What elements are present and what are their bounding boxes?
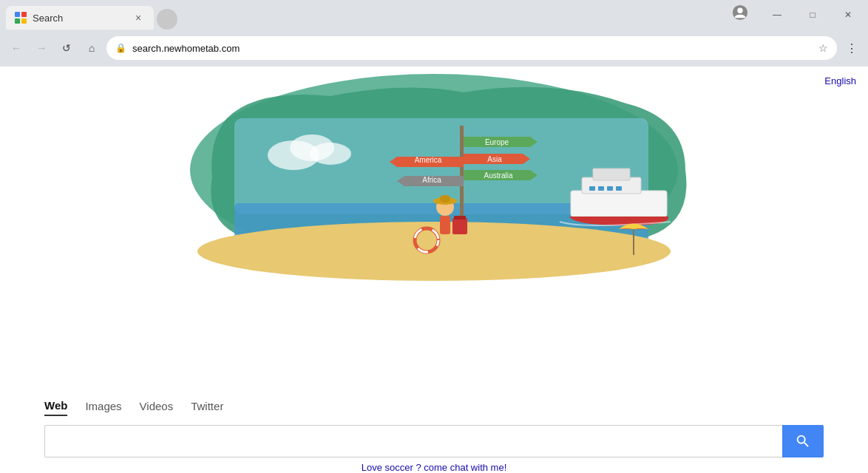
svg-text:Europe: Europe — [485, 138, 509, 146]
svg-rect-27 — [452, 218, 467, 234]
language-link[interactable]: English — [824, 75, 856, 86]
profile-button[interactable] — [732, 4, 753, 25]
new-tab-area — [157, 9, 177, 30]
chrome-menu-button[interactable]: ⋮ — [841, 38, 862, 58]
tab-favicon — [15, 12, 27, 24]
svg-text:Australia: Australia — [484, 171, 513, 180]
address-text: search.newhometab.com — [132, 43, 813, 54]
svg-rect-16 — [598, 186, 604, 191]
address-bar-row: ← → ↺ ⌂ 🔒 search.newhometab.com ☆ ⋮ — [0, 30, 868, 67]
svg-rect-17 — [607, 186, 613, 191]
reload-button[interactable]: ↺ — [56, 38, 77, 58]
search-icon — [795, 433, 811, 449]
search-tabs: Web Images Videos Twitter — [44, 399, 824, 416]
svg-rect-28 — [454, 216, 466, 220]
svg-point-35 — [310, 143, 351, 165]
hero-illustration: Europe Asia Australia America Africa — [0, 67, 868, 281]
tab-close-button[interactable]: × — [132, 11, 145, 24]
search-section: Web Images Videos Twitter Love soccer ? … — [0, 384, 868, 473]
forward-button[interactable]: → — [31, 38, 52, 58]
active-tab[interactable]: Search × — [6, 6, 154, 30]
page-content: English Europe — [0, 67, 868, 473]
search-bar — [44, 425, 824, 457]
home-button[interactable]: ⌂ — [81, 38, 102, 58]
close-button[interactable]: ✕ — [831, 0, 865, 30]
svg-rect-25 — [440, 195, 450, 203]
tab-images[interactable]: Images — [85, 400, 121, 415]
svg-rect-14 — [593, 169, 630, 180]
search-input[interactable] — [44, 425, 782, 457]
minimize-button[interactable]: — — [760, 0, 794, 30]
travel-illustration: Europe Asia Australia America Africa — [168, 74, 700, 281]
svg-rect-12 — [571, 191, 667, 217]
svg-text:Africa: Africa — [422, 176, 441, 184]
maximize-button[interactable]: □ — [796, 0, 830, 30]
tab-twitter[interactable]: Twitter — [191, 400, 223, 415]
address-bar[interactable]: 🔒 search.newhometab.com ☆ — [106, 36, 837, 60]
tab-web[interactable]: Web — [44, 399, 67, 416]
svg-rect-26 — [440, 216, 450, 234]
tab-videos[interactable]: Videos — [140, 400, 174, 415]
svg-text:America: America — [415, 156, 442, 164]
tab-title: Search — [33, 13, 63, 24]
search-button[interactable] — [782, 425, 824, 457]
promo-text[interactable]: Love soccer ? come chat with me! — [44, 462, 824, 473]
bookmark-star-icon[interactable]: ☆ — [818, 42, 828, 54]
svg-rect-18 — [616, 186, 622, 191]
lock-icon: 🔒 — [115, 43, 126, 53]
back-button[interactable]: ← — [6, 38, 27, 58]
chrome-window-controls: — □ ✕ — [732, 0, 868, 30]
svg-text:Asia: Asia — [487, 155, 502, 163]
svg-point-1 — [737, 8, 742, 13]
svg-rect-15 — [589, 186, 595, 191]
